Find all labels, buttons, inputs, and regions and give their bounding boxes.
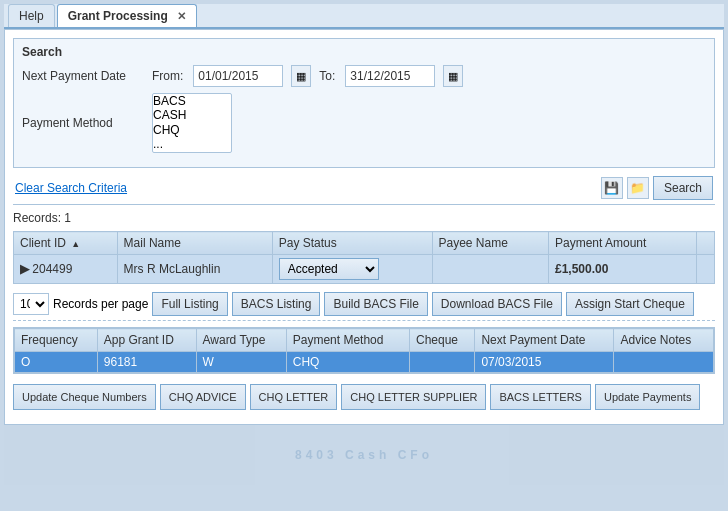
to-date-picker-btn[interactable]: ▦ xyxy=(443,65,463,87)
listbox-option-chq[interactable]: CHQ xyxy=(153,123,231,137)
cell-mail-name: Mrs R McLaughlin xyxy=(117,255,272,284)
save-icon-btn[interactable]: 💾 xyxy=(601,177,623,199)
chq-letter-btn[interactable]: CHQ LETTER xyxy=(250,384,338,410)
update-payments-btn[interactable]: Update Payments xyxy=(595,384,700,410)
main-container: Help Grant Processing ✕ Search Next Paym… xyxy=(0,0,728,511)
detail-header-row: Frequency App Grant ID Award Type Paymen… xyxy=(15,329,714,352)
next-payment-row: Next Payment Date From: ▦ To: ▦ xyxy=(22,65,706,87)
payment-method-row: Payment Method BACS CASH CHQ ... xyxy=(22,93,706,153)
pay-status-select[interactable]: Accepted Pending Rejected xyxy=(279,258,379,280)
search-section: Search Next Payment Date From: ▦ To: ▦ P… xyxy=(13,38,715,168)
detail-cell-frequency: O xyxy=(15,352,98,373)
col-payee-name[interactable]: Payee Name xyxy=(432,232,548,255)
watermark-text: 8403 Cash CFo xyxy=(295,448,433,462)
per-page-label: Records per page xyxy=(53,297,148,311)
detail-table: Frequency App Grant ID Award Type Paymen… xyxy=(14,328,714,373)
cell-payee-name xyxy=(432,255,548,284)
from-label: From: xyxy=(152,69,183,83)
detail-col-app-grant-id: App Grant ID xyxy=(97,329,196,352)
payment-method-label: Payment Method xyxy=(22,116,152,130)
detail-table-row[interactable]: O 96181 W CHQ 07/03/2015 xyxy=(15,352,714,373)
from-date-picker-btn[interactable]: ▦ xyxy=(291,65,311,87)
next-payment-label: Next Payment Date xyxy=(22,69,152,83)
chq-letter-supplier-btn[interactable]: CHQ LETTER SUPPLIER xyxy=(341,384,486,410)
detail-cell-payment-method: CHQ xyxy=(286,352,409,373)
update-cheque-numbers-btn[interactable]: Update Cheque Numbers xyxy=(13,384,156,410)
build-bacs-btn[interactable]: Build BACS File xyxy=(324,292,427,316)
search-title: Search xyxy=(22,45,706,59)
from-date-input[interactable] xyxy=(193,65,283,87)
tab-grant-processing-label: Grant Processing xyxy=(68,9,168,23)
content-area: Search Next Payment Date From: ▦ To: ▦ P… xyxy=(4,29,724,425)
tab-grant-processing[interactable]: Grant Processing ✕ xyxy=(57,4,197,27)
detail-col-award-type: Award Type xyxy=(196,329,286,352)
full-listing-btn[interactable]: Full Listing xyxy=(152,292,227,316)
records-info: Records: 1 xyxy=(13,209,715,227)
sort-arrow: ▲ xyxy=(71,239,80,249)
tab-bar: Help Grant Processing ✕ xyxy=(4,4,724,29)
col-payment-amount[interactable]: Payment Amount xyxy=(548,232,696,255)
col-extra xyxy=(696,232,714,255)
tab-help-label: Help xyxy=(19,9,44,23)
to-label: To: xyxy=(319,69,335,83)
per-page-select[interactable]: 10 25 50 xyxy=(13,293,49,315)
chq-advice-btn[interactable]: CHQ ADVICE xyxy=(160,384,246,410)
detail-col-frequency: Frequency xyxy=(15,329,98,352)
detail-cell-advice-notes xyxy=(614,352,714,373)
listbox-option-bacs[interactable]: BACS xyxy=(153,94,231,108)
row-arrow-icon: ▶ xyxy=(20,262,29,276)
detail-section: Frequency App Grant ID Award Type Paymen… xyxy=(13,327,715,374)
toolbar-row: Clear Search Criteria 💾 📁 Search xyxy=(13,172,715,205)
detail-cell-cheque xyxy=(409,352,474,373)
col-client-id[interactable]: Client ID ▲ xyxy=(14,232,118,255)
detail-col-advice-notes: Advice Notes xyxy=(614,329,714,352)
tab-close-icon[interactable]: ✕ xyxy=(177,10,186,22)
to-date-input[interactable] xyxy=(345,65,435,87)
detail-col-cheque: Cheque xyxy=(409,329,474,352)
folder-icon-btn[interactable]: 📁 xyxy=(627,177,649,199)
payment-method-listbox[interactable]: BACS CASH CHQ ... xyxy=(152,93,232,153)
toolbar-right: 💾 📁 Search xyxy=(601,176,713,200)
cell-client-id: ▶ 204499 xyxy=(14,255,118,284)
table-row[interactable]: ▶ 204499 Mrs R McLaughlin Accepted Pendi… xyxy=(14,255,715,284)
col-mail-name[interactable]: Mail Name xyxy=(117,232,272,255)
bacs-listing-btn[interactable]: BACS Listing xyxy=(232,292,321,316)
clear-search-link[interactable]: Clear Search Criteria xyxy=(15,181,127,195)
tab-help[interactable]: Help xyxy=(8,4,55,27)
cell-extra xyxy=(696,255,714,284)
table-header-row: Client ID ▲ Mail Name Pay Status Payee N… xyxy=(14,232,715,255)
date-group: From: ▦ To: ▦ xyxy=(152,65,463,87)
watermark-area: 8403 Cash CFo xyxy=(4,425,724,485)
col-pay-status[interactable]: Pay Status xyxy=(272,232,432,255)
download-bacs-btn[interactable]: Download BACS File xyxy=(432,292,562,316)
detail-col-next-payment-date: Next Payment Date xyxy=(475,329,614,352)
detail-col-payment-method: Payment Method xyxy=(286,329,409,352)
listbox-option-other[interactable]: ... xyxy=(153,137,231,151)
detail-cell-award-type: W xyxy=(196,352,286,373)
action-buttons: Update Cheque Numbers CHQ ADVICE CHQ LET… xyxy=(13,378,715,416)
bacs-letters-btn[interactable]: BACS LETTERS xyxy=(490,384,591,410)
cell-payment-amount: £1,500.00 xyxy=(548,255,696,284)
search-button[interactable]: Search xyxy=(653,176,713,200)
detail-cell-app-grant-id: 96181 xyxy=(97,352,196,373)
assign-start-cheque-btn[interactable]: Assign Start Cheque xyxy=(566,292,694,316)
detail-cell-next-payment-date: 07/03/2015 xyxy=(475,352,614,373)
listbox-option-cash[interactable]: CASH xyxy=(153,108,231,122)
cell-pay-status[interactable]: Accepted Pending Rejected xyxy=(272,255,432,284)
pagination-row: 10 25 50 Records per page Full Listing B… xyxy=(13,288,715,321)
main-table: Client ID ▲ Mail Name Pay Status Payee N… xyxy=(13,231,715,284)
